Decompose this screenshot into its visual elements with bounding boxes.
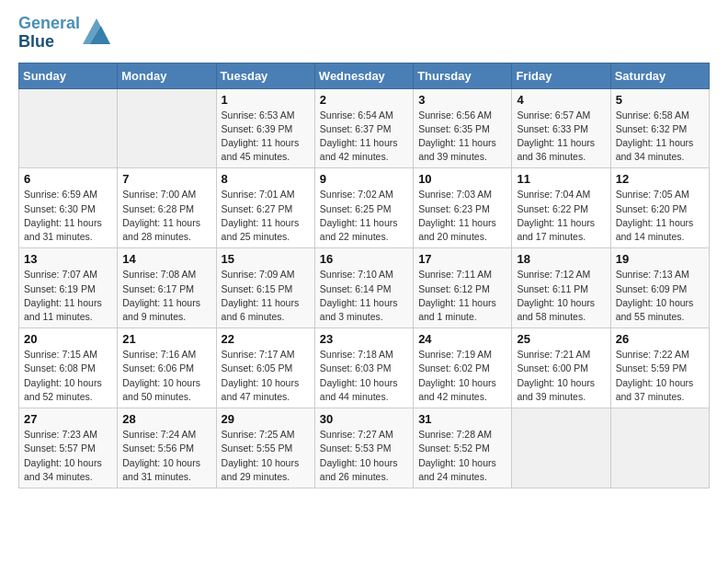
day-number: 29 <box>222 412 310 426</box>
day-detail: Sunrise: 6:59 AMSunset: 6:30 PMDaylight:… <box>24 188 112 244</box>
day-number: 3 <box>418 93 506 107</box>
day-number: 22 <box>222 332 310 346</box>
calendar-cell: 26Sunrise: 7:22 AMSunset: 5:59 PMDayligh… <box>610 328 709 408</box>
page-header: GeneralBlue <box>18 15 710 52</box>
day-detail: Sunrise: 7:05 AMSunset: 6:20 PMDaylight:… <box>616 188 704 244</box>
day-detail: Sunrise: 6:54 AMSunset: 6:37 PMDaylight:… <box>320 109 408 165</box>
day-number: 8 <box>222 172 310 186</box>
day-number: 10 <box>418 172 506 186</box>
day-detail: Sunrise: 7:02 AMSunset: 6:25 PMDaylight:… <box>320 188 408 244</box>
calendar-cell: 9Sunrise: 7:02 AMSunset: 6:25 PMDaylight… <box>314 168 413 248</box>
day-detail: Sunrise: 7:00 AMSunset: 6:28 PMDaylight:… <box>122 188 210 244</box>
day-number: 7 <box>122 172 210 186</box>
calendar-cell <box>610 408 709 488</box>
calendar-cell: 31Sunrise: 7:28 AMSunset: 5:52 PMDayligh… <box>414 408 512 488</box>
calendar-cell: 7Sunrise: 7:00 AMSunset: 6:28 PMDaylight… <box>118 168 216 248</box>
day-number: 26 <box>616 332 704 346</box>
calendar-cell <box>19 88 118 168</box>
calendar-cell: 4Sunrise: 6:57 AMSunset: 6:33 PMDaylight… <box>512 88 610 168</box>
calendar-cell: 27Sunrise: 7:23 AMSunset: 5:57 PMDayligh… <box>19 408 118 488</box>
day-detail: Sunrise: 7:10 AMSunset: 6:14 PMDaylight:… <box>320 268 408 324</box>
day-number: 27 <box>24 412 112 426</box>
calendar-cell: 22Sunrise: 7:17 AMSunset: 6:05 PMDayligh… <box>216 328 314 408</box>
calendar-cell: 11Sunrise: 7:04 AMSunset: 6:22 PMDayligh… <box>512 168 610 248</box>
calendar-cell: 12Sunrise: 7:05 AMSunset: 6:20 PMDayligh… <box>610 168 709 248</box>
day-detail: Sunrise: 7:17 AMSunset: 6:05 PMDaylight:… <box>222 348 310 404</box>
weekday-header-thursday: Thursday <box>414 63 512 88</box>
day-detail: Sunrise: 7:07 AMSunset: 6:19 PMDaylight:… <box>24 268 112 324</box>
day-number: 17 <box>418 252 506 266</box>
day-detail: Sunrise: 7:28 AMSunset: 5:52 PMDaylight:… <box>418 428 506 484</box>
calendar-cell: 16Sunrise: 7:10 AMSunset: 6:14 PMDayligh… <box>314 248 413 328</box>
calendar-table: SundayMondayTuesdayWednesdayThursdayFrid… <box>18 63 710 488</box>
day-detail: Sunrise: 7:18 AMSunset: 6:03 PMDaylight:… <box>320 348 408 404</box>
calendar-cell: 15Sunrise: 7:09 AMSunset: 6:15 PMDayligh… <box>216 248 314 328</box>
weekday-header-saturday: Saturday <box>610 63 709 88</box>
day-number: 11 <box>517 172 605 186</box>
day-detail: Sunrise: 7:12 AMSunset: 6:11 PMDaylight:… <box>517 268 605 324</box>
calendar-cell: 8Sunrise: 7:01 AMSunset: 6:27 PMDaylight… <box>216 168 314 248</box>
day-detail: Sunrise: 7:24 AMSunset: 5:56 PMDaylight:… <box>122 428 210 484</box>
day-detail: Sunrise: 7:22 AMSunset: 5:59 PMDaylight:… <box>616 348 704 404</box>
day-number: 16 <box>320 252 408 266</box>
calendar-cell: 20Sunrise: 7:15 AMSunset: 6:08 PMDayligh… <box>19 328 118 408</box>
day-detail: Sunrise: 7:09 AMSunset: 6:15 PMDaylight:… <box>222 268 310 324</box>
day-number: 30 <box>320 412 408 426</box>
calendar-cell: 29Sunrise: 7:25 AMSunset: 5:55 PMDayligh… <box>216 408 314 488</box>
calendar-cell: 24Sunrise: 7:19 AMSunset: 6:02 PMDayligh… <box>414 328 512 408</box>
calendar-cell: 23Sunrise: 7:18 AMSunset: 6:03 PMDayligh… <box>314 328 413 408</box>
logo-icon <box>83 18 110 44</box>
calendar-cell: 25Sunrise: 7:21 AMSunset: 6:00 PMDayligh… <box>512 328 610 408</box>
day-number: 18 <box>517 252 605 266</box>
calendar-cell: 30Sunrise: 7:27 AMSunset: 5:53 PMDayligh… <box>314 408 413 488</box>
day-detail: Sunrise: 7:23 AMSunset: 5:57 PMDaylight:… <box>24 428 112 484</box>
day-detail: Sunrise: 6:58 AMSunset: 6:32 PMDaylight:… <box>616 109 704 165</box>
day-number: 13 <box>24 252 112 266</box>
day-number: 1 <box>222 93 310 107</box>
day-detail: Sunrise: 6:56 AMSunset: 6:35 PMDaylight:… <box>418 109 506 165</box>
day-detail: Sunrise: 7:08 AMSunset: 6:17 PMDaylight:… <box>122 268 210 324</box>
day-detail: Sunrise: 7:16 AMSunset: 6:06 PMDaylight:… <box>122 348 210 404</box>
calendar-cell: 21Sunrise: 7:16 AMSunset: 6:06 PMDayligh… <box>118 328 216 408</box>
calendar-cell: 5Sunrise: 6:58 AMSunset: 6:32 PMDaylight… <box>610 88 709 168</box>
day-detail: Sunrise: 7:27 AMSunset: 5:53 PMDaylight:… <box>320 428 408 484</box>
day-number: 14 <box>122 252 210 266</box>
day-number: 23 <box>320 332 408 346</box>
day-detail: Sunrise: 7:03 AMSunset: 6:23 PMDaylight:… <box>418 188 506 244</box>
weekday-header-sunday: Sunday <box>19 63 118 88</box>
calendar-cell: 3Sunrise: 6:56 AMSunset: 6:35 PMDaylight… <box>414 88 512 168</box>
day-detail: Sunrise: 7:19 AMSunset: 6:02 PMDaylight:… <box>418 348 506 404</box>
day-number: 15 <box>222 252 310 266</box>
weekday-header-monday: Monday <box>118 63 216 88</box>
calendar-cell: 19Sunrise: 7:13 AMSunset: 6:09 PMDayligh… <box>610 248 709 328</box>
day-detail: Sunrise: 7:21 AMSunset: 6:00 PMDaylight:… <box>517 348 605 404</box>
day-number: 6 <box>24 172 112 186</box>
weekday-header-wednesday: Wednesday <box>314 63 413 88</box>
logo-text: GeneralBlue <box>18 15 80 52</box>
day-number: 4 <box>517 93 605 107</box>
calendar-cell: 14Sunrise: 7:08 AMSunset: 6:17 PMDayligh… <box>118 248 216 328</box>
day-number: 24 <box>418 332 506 346</box>
day-detail: Sunrise: 7:11 AMSunset: 6:12 PMDaylight:… <box>418 268 506 324</box>
day-number: 19 <box>616 252 704 266</box>
calendar-cell: 28Sunrise: 7:24 AMSunset: 5:56 PMDayligh… <box>118 408 216 488</box>
logo: GeneralBlue <box>18 15 110 52</box>
day-detail: Sunrise: 7:13 AMSunset: 6:09 PMDaylight:… <box>616 268 704 324</box>
day-number: 12 <box>616 172 704 186</box>
day-detail: Sunrise: 7:25 AMSunset: 5:55 PMDaylight:… <box>222 428 310 484</box>
day-number: 2 <box>320 93 408 107</box>
day-detail: Sunrise: 6:53 AMSunset: 6:39 PMDaylight:… <box>222 109 310 165</box>
day-number: 5 <box>616 93 704 107</box>
calendar-cell: 13Sunrise: 7:07 AMSunset: 6:19 PMDayligh… <box>19 248 118 328</box>
calendar-cell <box>118 88 216 168</box>
weekday-header-friday: Friday <box>512 63 610 88</box>
day-detail: Sunrise: 7:01 AMSunset: 6:27 PMDaylight:… <box>222 188 310 244</box>
day-number: 20 <box>24 332 112 346</box>
day-number: 25 <box>517 332 605 346</box>
day-detail: Sunrise: 6:57 AMSunset: 6:33 PMDaylight:… <box>517 109 605 165</box>
calendar-cell: 17Sunrise: 7:11 AMSunset: 6:12 PMDayligh… <box>414 248 512 328</box>
day-detail: Sunrise: 7:15 AMSunset: 6:08 PMDaylight:… <box>24 348 112 404</box>
day-number: 31 <box>418 412 506 426</box>
day-detail: Sunrise: 7:04 AMSunset: 6:22 PMDaylight:… <box>517 188 605 244</box>
calendar-cell <box>512 408 610 488</box>
